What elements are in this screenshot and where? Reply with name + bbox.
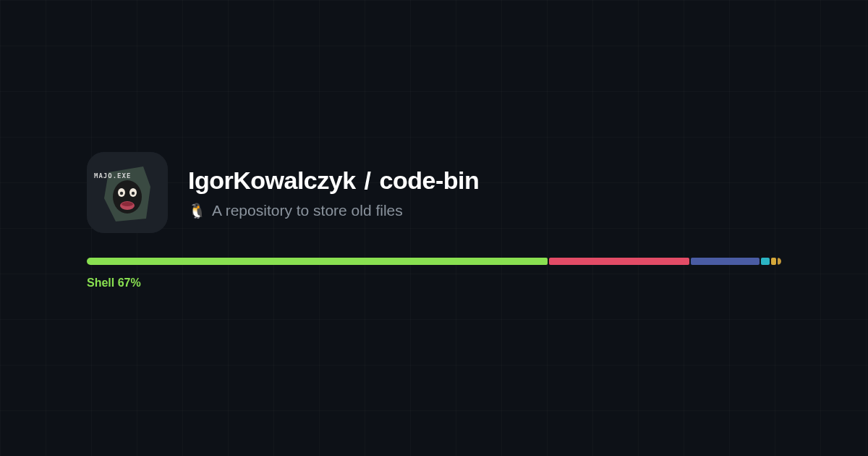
penguin-icon: 🐧	[188, 202, 206, 219]
repo-title: IgorKowalczyk / code-bin	[188, 166, 479, 195]
lang-segment-lang2	[549, 258, 690, 265]
primary-language-label: Shell 67%	[87, 276, 781, 290]
repo-owner: IgorKowalczyk	[188, 166, 356, 195]
repo-description: 🐧 A repository to store old files	[188, 202, 479, 219]
lang-segment-lang6	[778, 258, 781, 265]
svg-point-4	[120, 192, 123, 195]
avatar: MAJO.EXE	[87, 152, 168, 233]
language-bar	[87, 258, 781, 265]
svg-point-5	[132, 192, 135, 195]
lang-segment-lang5	[771, 258, 777, 265]
avatar-image	[87, 152, 168, 233]
repo-card: MAJO.EXE IgorKowalczyk / code-bin 🐧 A re…	[0, 0, 868, 290]
repo-name: code-bin	[380, 166, 480, 195]
header-row: MAJO.EXE IgorKowalczyk / code-bin 🐧 A re…	[87, 152, 781, 233]
lang-segment-lang3	[691, 258, 760, 265]
title-block: IgorKowalczyk / code-bin 🐧 A repository …	[188, 166, 479, 219]
svg-point-7	[122, 202, 133, 206]
repo-description-text: A repository to store old files	[212, 202, 403, 219]
lang-segment-lang4	[761, 258, 769, 265]
avatar-text: MAJO.EXE	[94, 172, 131, 180]
repo-separator: /	[365, 166, 371, 195]
lang-segment-Shell	[87, 258, 548, 265]
